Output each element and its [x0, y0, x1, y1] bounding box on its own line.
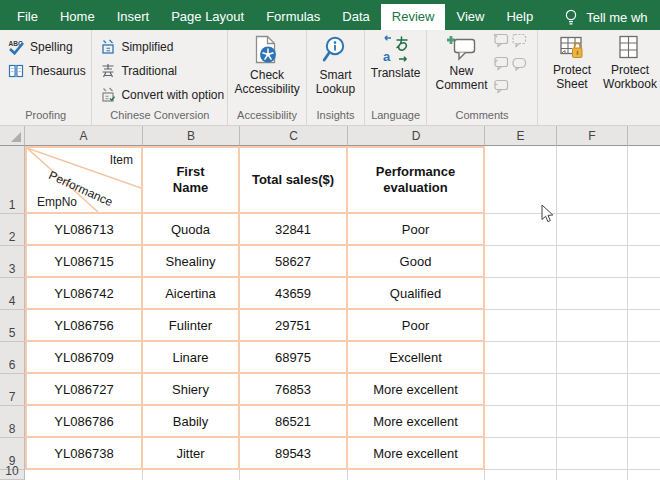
- row-header-4[interactable]: 4: [0, 278, 25, 310]
- cell-c4[interactable]: 43659: [240, 278, 348, 310]
- protect-workbook-label: Protect Workbook: [603, 63, 657, 91]
- translate-icon: a: [382, 35, 410, 63]
- cell-c9[interactable]: 89543: [240, 438, 348, 470]
- col-header-a[interactable]: A: [25, 126, 143, 146]
- data-table: Item Performance EmpNo First Name Total …: [25, 146, 485, 470]
- ribbon-group-accessibility: Check Accessibility Accessibility: [228, 30, 307, 125]
- row-header-1[interactable]: 1: [0, 146, 25, 214]
- tab-data[interactable]: Data: [331, 4, 380, 30]
- row-header-2[interactable]: 2: [0, 214, 25, 246]
- row-header-3[interactable]: 3: [0, 246, 25, 278]
- simplified-chinese-icon: [100, 39, 116, 55]
- select-all-corner[interactable]: [0, 126, 25, 146]
- tab-home[interactable]: Home: [49, 4, 106, 30]
- cell-a8[interactable]: YL086786: [27, 406, 143, 438]
- cell-a1-diagonal-header[interactable]: Item Performance EmpNo: [27, 148, 143, 214]
- smart-lookup-button[interactable]: Smart Lookup: [316, 30, 355, 96]
- smart-lookup-label: Smart Lookup: [316, 68, 355, 96]
- a1-label-empno: EmpNo: [37, 195, 77, 209]
- row-header-10-partial[interactable]: 10: [0, 470, 25, 480]
- col-header-d[interactable]: D: [348, 126, 485, 146]
- cell-b7[interactable]: Shiery: [143, 374, 240, 406]
- cell-b1-header[interactable]: First Name: [143, 148, 240, 214]
- group-label-proofing: Proofing: [0, 108, 91, 125]
- cell-a4[interactable]: YL086742: [27, 278, 143, 310]
- ribbon-group-comments: New Comment: [427, 30, 538, 125]
- cell-c8[interactable]: 86521: [240, 406, 348, 438]
- tab-page-layout[interactable]: Page Layout: [160, 4, 255, 30]
- col-header-f[interactable]: F: [557, 126, 628, 146]
- row-header-8[interactable]: 8: [0, 406, 25, 438]
- row-header-5[interactable]: 5: [0, 310, 25, 342]
- cell-b8[interactable]: Babily: [143, 406, 240, 438]
- show-ink-comment-icon[interactable]: [511, 33, 527, 48]
- check-accessibility-icon: [254, 35, 281, 65]
- cell-c2[interactable]: 32841: [240, 214, 348, 246]
- cell-b2[interactable]: Quoda: [143, 214, 240, 246]
- cell-a5[interactable]: YL086756: [27, 310, 143, 342]
- col-header-c[interactable]: C: [240, 126, 348, 146]
- row-header-6[interactable]: 6: [0, 342, 25, 374]
- cell-d5[interactable]: Poor: [348, 310, 485, 342]
- tab-insert[interactable]: Insert: [106, 4, 161, 30]
- new-comment-button[interactable]: New Comment: [436, 30, 488, 92]
- cell-b3[interactable]: Shealiny: [143, 246, 240, 278]
- protect-sheet-button[interactable]: Protect Sheet: [544, 30, 600, 91]
- cell-c6[interactable]: 68975: [240, 342, 348, 374]
- col-header-g-partial[interactable]: [628, 126, 660, 146]
- cell-b4[interactable]: Aicertina: [143, 278, 240, 310]
- previous-comment-icon[interactable]: [493, 56, 509, 71]
- excel-window: File Home Insert Page Layout Formulas Da…: [0, 0, 660, 480]
- cell-d4[interactable]: Qualified: [348, 278, 485, 310]
- gridline: [627, 146, 628, 480]
- ribbon-group-chinese-conversion: Simplified Traditional Convert with: [92, 30, 228, 125]
- cell-b5[interactable]: Fulinter: [143, 310, 240, 342]
- thesaurus-button[interactable]: Thesaurus: [5, 60, 89, 82]
- cell-b9[interactable]: Jitter: [143, 438, 240, 470]
- col-header-e[interactable]: E: [485, 126, 557, 146]
- protect-sheet-icon: [560, 35, 584, 60]
- cell-b6[interactable]: Linare: [143, 342, 240, 374]
- mouse-cursor: [541, 204, 555, 227]
- cell-c1-header[interactable]: Total sales($): [240, 148, 348, 214]
- cell-d6[interactable]: Excellent: [348, 342, 485, 374]
- col-header-b[interactable]: B: [143, 126, 240, 146]
- cell-d7[interactable]: More excellent: [348, 374, 485, 406]
- cell-a9[interactable]: YL086738: [27, 438, 143, 470]
- cell-d1-header[interactable]: Performance evaluation: [348, 148, 485, 214]
- tab-formulas[interactable]: Formulas: [255, 4, 331, 30]
- next-comment-icon[interactable]: [511, 56, 527, 71]
- cell-c5[interactable]: 29751: [240, 310, 348, 342]
- cell-d9[interactable]: More excellent: [348, 438, 485, 470]
- row-header-7[interactable]: 7: [0, 374, 25, 406]
- thesaurus-label: Thesaurus: [29, 64, 86, 78]
- protect-workbook-button[interactable]: Protect Workbook: [600, 30, 660, 91]
- cell-a7[interactable]: YL086727: [27, 374, 143, 406]
- translate-button[interactable]: a Translate: [371, 30, 421, 80]
- tab-view[interactable]: View: [445, 4, 495, 30]
- sheet-body: 1 2 3 4 5 6 7 8 9 10 Item Performance: [0, 146, 660, 480]
- delete-comment-icon[interactable]: [493, 33, 509, 48]
- cell-a3[interactable]: YL086715: [27, 246, 143, 278]
- simplified-label: Simplified: [121, 40, 173, 54]
- lightbulb-icon: [564, 9, 578, 26]
- cell-c3[interactable]: 58627: [240, 246, 348, 278]
- spelling-button[interactable]: ABC Spelling: [5, 36, 76, 58]
- cell-d3[interactable]: Good: [348, 246, 485, 278]
- convert-with-option-button[interactable]: Convert with option: [97, 84, 227, 106]
- check-accessibility-button[interactable]: Check Accessibility: [234, 30, 299, 96]
- cell-d2[interactable]: Poor: [348, 214, 485, 246]
- traditional-button[interactable]: Traditional: [97, 60, 180, 82]
- gridline: [142, 470, 143, 480]
- tab-review[interactable]: Review: [381, 4, 446, 30]
- show-all-comments-icon[interactable]: [493, 79, 509, 94]
- tell-me-box[interactable]: Tell me wh: [564, 4, 647, 30]
- cell-a2[interactable]: YL086713: [27, 214, 143, 246]
- diagonal-split-lines: Item Performance EmpNo: [27, 148, 141, 212]
- tab-help[interactable]: Help: [495, 4, 544, 30]
- simplified-button[interactable]: Simplified: [97, 36, 176, 58]
- cell-c7[interactable]: 76853: [240, 374, 348, 406]
- cell-a6[interactable]: YL086709: [27, 342, 143, 374]
- tab-file[interactable]: File: [6, 4, 49, 30]
- cell-d8[interactable]: More excellent: [348, 406, 485, 438]
